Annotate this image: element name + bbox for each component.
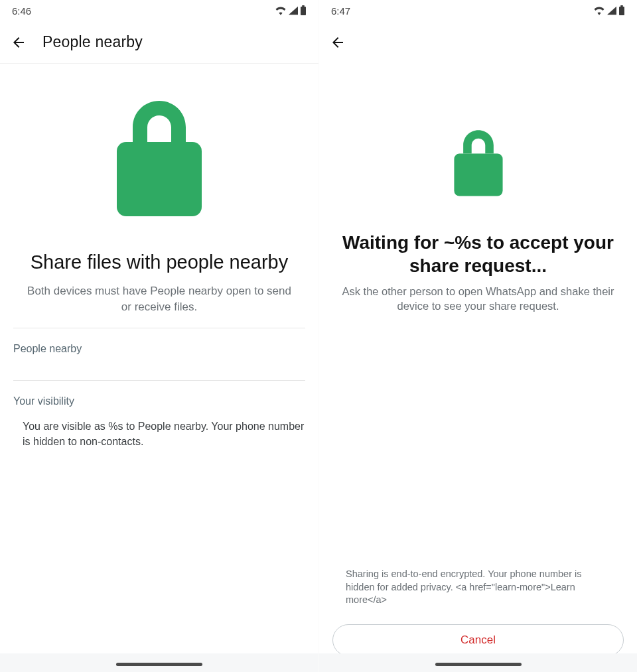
- svg-rect-4: [620, 5, 623, 7]
- nav-handle[interactable]: [435, 663, 522, 666]
- svg-rect-5: [454, 154, 502, 196]
- back-button[interactable]: [11, 34, 27, 50]
- section-your-visibility: Your visibility: [13, 381, 305, 419]
- svg-rect-2: [117, 142, 202, 216]
- status-time: 6:46: [12, 5, 31, 17]
- svg-rect-0: [301, 7, 306, 15]
- cancel-button[interactable]: Cancel: [332, 624, 624, 656]
- subheadline: Both devices must have People nearby ope…: [13, 283, 305, 315]
- status-time: 6:47: [331, 5, 350, 17]
- arrow-left-icon: [330, 34, 346, 50]
- hero-illustration: [332, 130, 624, 198]
- visibility-description: You are visible as %s to People nearby. …: [13, 419, 305, 456]
- subheadline: Ask the other person to open WhatsApp an…: [332, 284, 624, 314]
- hero-illustration: [13, 101, 305, 219]
- svg-rect-3: [619, 7, 624, 15]
- battery-icon: [618, 5, 625, 16]
- svg-rect-1: [302, 5, 305, 7]
- headline: Waiting for ~%s to accept your share req…: [336, 231, 620, 277]
- lock-icon: [452, 130, 505, 198]
- app-bar: [319, 21, 637, 64]
- section-people-nearby[interactable]: People nearby: [13, 328, 305, 367]
- status-bar: 6:46: [0, 0, 318, 21]
- phone-right: 6:47 Waiting for ~%s to accept your shar…: [318, 0, 637, 672]
- encryption-notice: Sharing is end-to-end encrypted. Your ph…: [332, 568, 624, 607]
- phone-left: 6:46 People nearby Share files with peop…: [0, 0, 318, 672]
- app-bar: People nearby: [0, 21, 318, 64]
- nav-handle[interactable]: [116, 663, 202, 666]
- arrow-left-icon: [11, 34, 27, 50]
- battery-icon: [300, 5, 307, 16]
- page-title: People nearby: [42, 33, 143, 51]
- status-icons: [593, 5, 625, 16]
- signal-icon: [606, 6, 617, 15]
- wifi-icon: [593, 6, 605, 15]
- wifi-icon: [275, 6, 287, 15]
- status-bar: 6:47: [319, 0, 637, 21]
- back-button[interactable]: [330, 34, 346, 50]
- headline: Share files with people nearby: [13, 251, 305, 274]
- lock-icon: [113, 101, 206, 219]
- signal-icon: [288, 6, 299, 15]
- cancel-button-label: Cancel: [460, 634, 496, 647]
- status-icons: [275, 5, 307, 16]
